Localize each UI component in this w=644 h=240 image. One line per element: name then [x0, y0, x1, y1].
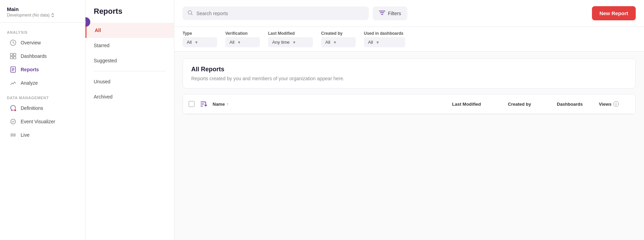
- svg-rect-1: [10, 53, 13, 56]
- reports-nav-archived[interactable]: Archived: [85, 89, 174, 104]
- verification-filter-label: Verification: [225, 31, 260, 36]
- svg-point-6: [14, 109, 17, 112]
- created-by-filter: Created by All ▼: [321, 31, 356, 47]
- reports-nav-suggested[interactable]: Suggested: [85, 53, 174, 68]
- filters-button[interactable]: Filters: [373, 7, 407, 20]
- sidebar-item-reports[interactable]: Reports: [3, 63, 82, 76]
- live-label: Live: [21, 132, 30, 138]
- subtitle-chevron-icon: [51, 13, 54, 18]
- sidebar-nav: Analysis Overview Dashboards: [0, 23, 85, 240]
- sidebar-item-event-visualizer[interactable]: Event Visualizer: [3, 115, 82, 128]
- search-input[interactable]: [196, 11, 364, 16]
- analyze-icon: [10, 80, 17, 86]
- created-by-filter-select[interactable]: All ▼: [321, 37, 356, 47]
- col-name-header[interactable]: Name ↑: [213, 102, 448, 107]
- analyze-label: Analyze: [21, 80, 38, 86]
- search-box[interactable]: [183, 7, 369, 20]
- created-by-chevron-icon: ▼: [333, 40, 337, 44]
- definitions-icon: [10, 105, 17, 112]
- reports-label: Reports: [21, 67, 39, 72]
- event-visualizer-label: Event Visualizer: [21, 119, 55, 124]
- content-header: Filters New Report: [174, 0, 644, 27]
- reports-page-title: Reports: [85, 7, 174, 23]
- last-modified-chevron-icon: ▼: [293, 40, 296, 44]
- filters-label: Filters: [388, 11, 401, 16]
- views-info-icon[interactable]: i: [613, 101, 619, 107]
- reports-sidebar: Reports All Starred Suggested Unused Arc…: [85, 0, 174, 240]
- type-filter-select[interactable]: All ▼: [183, 37, 217, 47]
- reports-icon: [10, 66, 17, 73]
- overview-icon: [10, 39, 17, 46]
- collapse-icon: ‹: [85, 20, 86, 24]
- verification-chevron-icon: ▼: [237, 40, 241, 44]
- live-icon: [10, 132, 17, 138]
- reports-nav-divider: [94, 71, 166, 71]
- app-subtitle[interactable]: Development (No data): [7, 13, 80, 18]
- all-reports-description: Reports created by you and members of yo…: [191, 76, 627, 81]
- reports-nav-starred[interactable]: Starred: [85, 38, 174, 53]
- event-visualizer-icon: [10, 118, 17, 125]
- type-chevron-icon: ▼: [194, 40, 198, 44]
- used-in-dashboards-filter-label: Used in dashboards: [364, 31, 405, 36]
- sidebar-header: Main Development (No data): [0, 0, 85, 23]
- sidebar-item-analyze[interactable]: Analyze: [3, 76, 82, 90]
- table-sort-icon[interactable]: [199, 99, 208, 109]
- col-views-header[interactable]: Views i: [599, 101, 630, 107]
- svg-rect-4: [13, 56, 16, 59]
- reports-nav-unused[interactable]: Unused: [85, 74, 174, 89]
- verification-filter-select[interactable]: All ▼: [225, 37, 260, 47]
- all-reports-card: All Reports Reports created by you and m…: [183, 59, 636, 88]
- created-by-filter-label: Created by: [321, 31, 356, 36]
- content-area: Filters New Report Type All ▼ Verificati…: [174, 0, 644, 240]
- select-all-checkbox[interactable]: [188, 101, 195, 107]
- new-report-button[interactable]: New Report: [592, 6, 636, 20]
- sidebar-item-dashboards[interactable]: Dashboards: [3, 50, 82, 63]
- analysis-section-label: Analysis: [0, 28, 85, 36]
- reports-table: Name ↑ Last Modified Created by Dashboar…: [183, 94, 636, 114]
- col-last-modified-header[interactable]: Last Modified: [452, 102, 504, 107]
- dashboards-label: Dashboards: [21, 53, 47, 59]
- svg-point-8: [12, 134, 14, 136]
- last-modified-filter: Last Modified Any time ▼: [268, 31, 313, 47]
- name-sort-arrow: ↑: [226, 102, 228, 106]
- last-modified-filter-label: Last Modified: [268, 31, 313, 36]
- verification-filter: Verification All ▼: [225, 31, 260, 47]
- used-in-dashboards-chevron-icon: ▼: [376, 40, 379, 44]
- dashboards-icon: [10, 53, 17, 60]
- svg-rect-3: [10, 56, 13, 59]
- sidebar: Main Development (No data) Analysis Over…: [0, 0, 85, 240]
- overview-label: Overview: [21, 40, 41, 45]
- type-filter-label: Type: [183, 31, 217, 36]
- svg-rect-2: [13, 53, 16, 56]
- sidebar-item-overview[interactable]: Overview: [3, 36, 82, 49]
- table-header-row: Name ↑ Last Modified Created by Dashboar…: [183, 94, 635, 114]
- col-created-by-header[interactable]: Created by: [508, 102, 553, 107]
- reports-nav-all[interactable]: All: [85, 23, 174, 38]
- all-reports-title: All Reports: [191, 66, 627, 73]
- filters-row: Type All ▼ Verification All ▼ Last Modif…: [174, 27, 644, 52]
- used-in-dashboards-filter-select[interactable]: All ▼: [364, 37, 405, 47]
- sidebar-item-live[interactable]: Live: [3, 128, 82, 142]
- filters-icon: [379, 10, 385, 17]
- definitions-label: Definitions: [21, 105, 43, 111]
- search-icon: [187, 10, 193, 17]
- col-dashboards-header[interactable]: Dashboards: [557, 102, 595, 107]
- last-modified-filter-select[interactable]: Any time ▼: [268, 37, 313, 47]
- data-management-section-label: Data Management: [0, 93, 85, 101]
- type-filter: Type All ▼: [183, 31, 217, 47]
- app-name: Main: [7, 6, 80, 12]
- main-area: ‹ Reports All Starred Suggested Unused A…: [85, 0, 644, 240]
- sidebar-item-definitions[interactable]: Definitions: [3, 102, 82, 115]
- used-in-dashboards-filter: Used in dashboards All ▼: [364, 31, 405, 47]
